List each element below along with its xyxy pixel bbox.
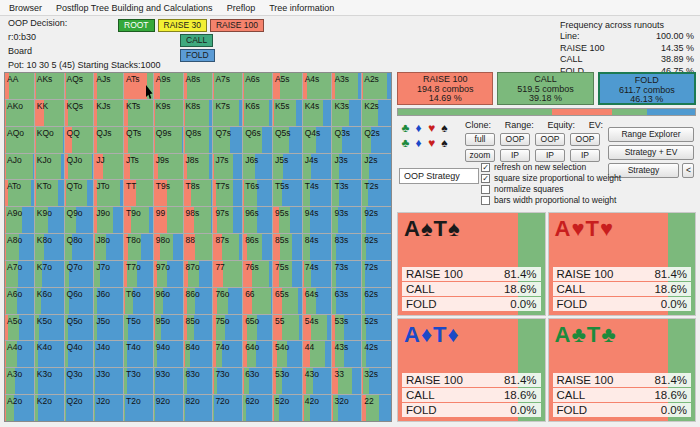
- hand-cell-AA[interactable]: AA: [5, 73, 34, 99]
- hand-cell-T3s[interactable]: T3s: [332, 180, 361, 206]
- hand-cell-Q5o[interactable]: Q5o: [65, 315, 94, 341]
- hand-cell-T4s[interactable]: T4s: [303, 180, 332, 206]
- hand-cell-K4s[interactable]: K4s: [303, 100, 332, 126]
- hand-cell-64s[interactable]: 64s: [303, 288, 332, 314]
- hand-cell-77[interactable]: 77: [213, 261, 242, 287]
- hand-cell-76o[interactable]: 76o: [213, 288, 242, 314]
- hand-cell-42s[interactable]: 42s: [362, 341, 391, 367]
- range-explorer-button[interactable]: Range Explorer: [608, 127, 694, 142]
- hand-cell-85o[interactable]: 85o: [184, 315, 213, 341]
- hand-cell-JTs[interactable]: JTs: [124, 154, 153, 180]
- combo-card-diamond[interactable]: A♦T♦RAISE 10081.4%CALL18.6%FOLD0.0%: [397, 318, 546, 422]
- hand-cell-Q6s[interactable]: Q6s: [243, 127, 272, 153]
- hand-cell-T9s[interactable]: T9s: [154, 180, 183, 206]
- hand-cell-K6o[interactable]: K6o: [35, 288, 64, 314]
- hand-cell-J2o[interactable]: J2o: [94, 395, 123, 421]
- hand-cell-AJs[interactable]: AJs: [94, 73, 123, 99]
- heart-suit-icon[interactable]: ♥: [425, 121, 438, 136]
- hand-cell-A4o[interactable]: A4o: [5, 341, 34, 367]
- hand-cell-64o[interactable]: 64o: [243, 341, 272, 367]
- hand-cell-A6o[interactable]: A6o: [5, 288, 34, 314]
- node-raise30-button[interactable]: RAISE 30: [158, 19, 207, 32]
- hand-cell-75s[interactable]: 75s: [273, 261, 302, 287]
- oop-strategy-selector[interactable]: OOP Strategy: [399, 168, 479, 184]
- hand-cell-AKo[interactable]: AKo: [5, 100, 34, 126]
- hand-cell-63s[interactable]: 63s: [332, 288, 361, 314]
- checkbox-icon[interactable]: ✓: [481, 163, 490, 172]
- option-refresh[interactable]: ✓refresh on new selection: [481, 162, 621, 173]
- hand-cell-KJs[interactable]: KJs: [94, 100, 123, 126]
- club-suit-icon[interactable]: ♣: [399, 136, 412, 151]
- hand-cell-T2s[interactable]: T2s: [362, 180, 391, 206]
- summary-fold-box[interactable]: FOLD 611.7 combos 46.13 %: [598, 72, 696, 105]
- hand-cell-QJo[interactable]: QJo: [65, 154, 94, 180]
- hand-cell-98s[interactable]: 98s: [184, 207, 213, 233]
- hand-cell-A8o[interactable]: A8o: [5, 234, 34, 260]
- full-button[interactable]: full: [465, 133, 495, 146]
- hand-cell-K3s[interactable]: K3s: [332, 100, 361, 126]
- hand-cell-J2s[interactable]: J2s: [362, 154, 391, 180]
- hand-cell-J6s[interactable]: J6s: [243, 154, 272, 180]
- hand-cell-A7s[interactable]: A7s: [213, 73, 242, 99]
- spade-suit-icon[interactable]: ♠: [438, 136, 451, 151]
- hand-cell-83o[interactable]: 83o: [184, 368, 213, 394]
- hand-cell-55[interactable]: 55: [273, 315, 302, 341]
- ip-ev-button[interactable]: IP: [570, 149, 600, 162]
- ip-equity-button[interactable]: IP: [535, 149, 565, 162]
- hand-cell-32o[interactable]: 32o: [332, 395, 361, 421]
- hand-cell-J8s[interactable]: J8s: [184, 154, 213, 180]
- hand-cell-97o[interactable]: 97o: [154, 261, 183, 287]
- hand-cell-85s[interactable]: 85s: [273, 234, 302, 260]
- hand-cell-J9s[interactable]: J9s: [154, 154, 183, 180]
- hand-cell-J7s[interactable]: J7s: [213, 154, 242, 180]
- hand-cell-TT[interactable]: TT: [124, 180, 153, 206]
- hand-cell-Q9o[interactable]: Q9o: [65, 207, 94, 233]
- hand-cell-K5s[interactable]: K5s: [273, 100, 302, 126]
- hand-cell-65s[interactable]: 65s: [273, 288, 302, 314]
- hand-cell-JJ[interactable]: JJ: [94, 154, 123, 180]
- hand-cell-92s[interactable]: 92s: [362, 207, 391, 233]
- hand-cell-95o[interactable]: 95o: [154, 315, 183, 341]
- hand-cell-72o[interactable]: 72o: [213, 395, 242, 421]
- hand-cell-K2o[interactable]: K2o: [35, 395, 64, 421]
- hand-cell-82o[interactable]: 82o: [184, 395, 213, 421]
- hand-cell-T7o[interactable]: T7o: [124, 261, 153, 287]
- hand-cell-Q2o[interactable]: Q2o: [65, 395, 94, 421]
- hand-cell-J7o[interactable]: J7o: [94, 261, 123, 287]
- hand-cell-98o[interactable]: 98o: [154, 234, 183, 260]
- hand-cell-ATo[interactable]: ATo: [5, 180, 34, 206]
- hand-cell-Q7o[interactable]: Q7o: [65, 261, 94, 287]
- hand-cell-KQo[interactable]: KQo: [35, 127, 64, 153]
- hand-cell-J3s[interactable]: J3s: [332, 154, 361, 180]
- hand-cell-QJs[interactable]: QJs: [94, 127, 123, 153]
- hand-cell-22[interactable]: 22: [362, 395, 391, 421]
- hand-cell-96o[interactable]: 96o: [154, 288, 183, 314]
- hand-cell-53s[interactable]: 53s: [332, 315, 361, 341]
- hand-cell-K4o[interactable]: K4o: [35, 341, 64, 367]
- hand-cell-43o[interactable]: 43o: [303, 368, 332, 394]
- hand-cell-J6o[interactable]: J6o: [94, 288, 123, 314]
- hand-cell-Q3o[interactable]: Q3o: [65, 368, 94, 394]
- hand-cell-65o[interactable]: 65o: [243, 315, 272, 341]
- hand-cell-K9s[interactable]: K9s: [154, 100, 183, 126]
- hand-cell-J9o[interactable]: J9o: [94, 207, 123, 233]
- hand-cell-53o[interactable]: 53o: [273, 368, 302, 394]
- hand-cell-95s[interactable]: 95s: [273, 207, 302, 233]
- hand-cell-KK[interactable]: KK: [35, 100, 64, 126]
- hand-cell-62o[interactable]: 62o: [243, 395, 272, 421]
- oop-equity-button[interactable]: OOP: [535, 133, 565, 146]
- hand-cell-AJo[interactable]: AJo: [5, 154, 34, 180]
- spade-suit-icon[interactable]: ♠: [438, 121, 451, 136]
- diamond-suit-icon[interactable]: ♦: [412, 121, 425, 136]
- summary-call-box[interactable]: CALL 519.5 combos 39.18 %: [497, 72, 593, 105]
- hand-cell-QTo[interactable]: QTo: [65, 180, 94, 206]
- hand-cell-94o[interactable]: 94o: [154, 341, 183, 367]
- oop-range-button[interactable]: OOP: [500, 133, 530, 146]
- node-root-button[interactable]: ROOT: [118, 19, 155, 32]
- hand-cell-93o[interactable]: 93o: [154, 368, 183, 394]
- hand-cell-A3s[interactable]: A3s: [332, 73, 361, 99]
- hand-cell-87o[interactable]: 87o: [184, 261, 213, 287]
- hand-cell-T2o[interactable]: T2o: [124, 395, 153, 421]
- hand-cell-K7o[interactable]: K7o: [35, 261, 64, 287]
- hand-cell-K8o[interactable]: K8o: [35, 234, 64, 260]
